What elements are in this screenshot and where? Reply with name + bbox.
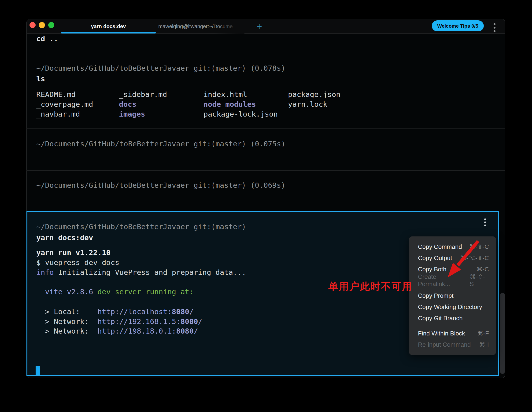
tab-bar: yarn docs:dev maweiqing@itwanger:~/Docum… bbox=[27, 19, 505, 34]
terminal-line: yarn docs:dev bbox=[36, 233, 93, 243]
terminal-text: ls bbox=[36, 75, 45, 83]
terminal-text: _navbar.md bbox=[36, 109, 119, 119]
terminal-text: 8080 bbox=[172, 307, 190, 316]
welcome-tips-label: Welcome Tips 0/5 bbox=[437, 23, 478, 29]
block-separator bbox=[27, 170, 505, 171]
terminal-line: _navbar.mdimagespackage-lock.json bbox=[36, 109, 278, 119]
terminal-text: http://192.168.1.5: bbox=[97, 317, 180, 326]
terminal-line: cd .. bbox=[36, 34, 58, 44]
terminal-text: / bbox=[194, 327, 198, 335]
terminal-line: info Initializing VuePress and preparing… bbox=[36, 267, 246, 277]
scrollbar-thumb[interactable] bbox=[500, 293, 505, 374]
terminal-text: > Network: bbox=[36, 327, 97, 335]
terminal-text: images bbox=[119, 109, 203, 119]
menu-item-label: Copy Git Branch bbox=[418, 315, 463, 322]
terminal-text: ~/Documents/GitHub/toBeBetterJavaer git:… bbox=[36, 64, 285, 72]
window-menu-icon[interactable] bbox=[494, 23, 495, 32]
close-button[interactable] bbox=[29, 22, 36, 28]
terminal-text: http://198.18.0.1: bbox=[97, 327, 176, 335]
menu-item-shortcut: ⌘-C bbox=[476, 266, 489, 273]
terminal-text: 8080 bbox=[180, 317, 198, 326]
context-menu: Copy Command⌘-⇧-CCopy Output⌘-⌥-⇧-CCopy … bbox=[409, 236, 496, 355]
terminal-text: vite v2.8.6 bbox=[45, 288, 93, 296]
menu-separator bbox=[414, 288, 491, 288]
terminal-text: cd .. bbox=[36, 34, 58, 43]
terminal-text: ~/Documents/GitHub/toBeBetterJavaer git:… bbox=[36, 222, 246, 231]
terminal-text: docs bbox=[119, 99, 203, 109]
terminal-text: _sidebar.md bbox=[119, 89, 203, 99]
menu-item-label: Find Within Block bbox=[418, 330, 465, 337]
active-tab-label: yarn docs:dev bbox=[91, 23, 126, 29]
terminal-line: README.md_sidebar.mdindex.htmlpackage.js… bbox=[36, 89, 341, 99]
welcome-tips-button[interactable]: Welcome Tips 0/5 bbox=[432, 20, 484, 31]
terminal-text: dev server running at: bbox=[97, 288, 194, 296]
terminal-line: ls bbox=[36, 74, 45, 84]
menu-item-label: Copy Command bbox=[418, 243, 462, 251]
terminal-text: Initializing VuePress and preparing data… bbox=[54, 268, 246, 276]
terminal-text bbox=[36, 288, 45, 296]
block-menu-icon[interactable] bbox=[484, 218, 486, 226]
desktop-background: yarn docs:dev maweiqing@itwanger:~/Docum… bbox=[0, 0, 532, 412]
block-separator bbox=[27, 128, 505, 129]
plus-icon: + bbox=[256, 21, 262, 32]
traffic-lights bbox=[29, 22, 54, 28]
terminal-line: ~/Documents/GitHub/toBeBetterJavaer git:… bbox=[36, 139, 285, 149]
terminal-text: node_modules bbox=[203, 99, 288, 109]
terminal-text: _coverpage.md bbox=[36, 99, 119, 109]
terminal-text: / bbox=[189, 307, 194, 316]
menu-item-label: Create Permalink... bbox=[418, 273, 470, 288]
terminal-text: yarn docs:dev bbox=[36, 233, 93, 242]
tab-yarn-docs-dev[interactable]: yarn docs:dev bbox=[61, 19, 156, 34]
terminal-text: yarn run v1.22.10 bbox=[36, 248, 111, 257]
terminal-text: package-lock.json bbox=[203, 110, 278, 118]
menu-item-copy-git-branch[interactable]: Copy Git Branch bbox=[409, 312, 496, 324]
menu-item-create-permalink: Create Permalink...⌘-⇧-S bbox=[409, 275, 496, 286]
tab-label-fade bbox=[214, 19, 245, 34]
menu-item-find-within-block[interactable]: Find Within Block⌘-F bbox=[409, 328, 496, 339]
tab-remote-session[interactable]: maweiqing@itwanger:~/Docume bbox=[153, 19, 245, 34]
terminal-text: / bbox=[198, 317, 202, 326]
terminal-line: yarn run v1.22.10 bbox=[36, 248, 111, 258]
terminal-line: ~/Documents/GitHub/toBeBetterJavaer git:… bbox=[36, 222, 246, 232]
menu-item-shortcut: ⌘-F bbox=[477, 330, 489, 337]
minimize-button[interactable] bbox=[39, 22, 45, 28]
menu-item-label: Copy Prompt bbox=[418, 292, 454, 300]
terminal-text: $ vuepress dev docs bbox=[36, 258, 119, 267]
terminal-text: ~/Documents/GitHub/toBeBetterJavaer git:… bbox=[36, 181, 285, 189]
menu-item-label: Re-input Command bbox=[418, 341, 471, 348]
menu-item-shortcut: ⌘-⇧-S bbox=[470, 273, 489, 288]
menu-item-shortcut: ⌘-I bbox=[479, 341, 489, 348]
terminal-text: package.json bbox=[288, 90, 341, 99]
terminal-text: 8080 bbox=[176, 327, 194, 335]
terminal-text: info bbox=[36, 268, 54, 276]
terminal-text: ~/Documents/GitHub/toBeBetterJavaer git:… bbox=[36, 140, 285, 148]
terminal-text bbox=[93, 288, 98, 296]
block-separator bbox=[27, 54, 505, 54]
terminal-line: $ vuepress dev docs bbox=[36, 258, 119, 267]
menu-item-copy-output[interactable]: Copy Output⌘-⌥-⇧-C bbox=[409, 252, 496, 263]
menu-item-copy-working-directory[interactable]: Copy Working Directory bbox=[409, 301, 496, 312]
terminal-text: index.html bbox=[203, 89, 288, 99]
active-tab-indicator bbox=[61, 32, 156, 33]
menu-item-copy-command[interactable]: Copy Command⌘-⇧-C bbox=[409, 241, 496, 252]
menu-item-shortcut: ⌘-⇧-C bbox=[469, 243, 489, 251]
terminal-text: yarn.lock bbox=[288, 100, 327, 108]
menu-item-re-input-command: Re-input Command⌘-I bbox=[409, 339, 496, 350]
menu-item-copy-prompt[interactable]: Copy Prompt bbox=[409, 290, 496, 301]
terminal-line: > Network: http://192.168.1.5:8080/ bbox=[36, 317, 202, 326]
menu-item-label: Copy Both bbox=[418, 266, 446, 273]
terminal-text: README.md bbox=[36, 89, 119, 99]
zoom-button[interactable] bbox=[48, 22, 54, 28]
menu-item-label: Copy Output bbox=[418, 254, 452, 262]
terminal-text: http://localhost: bbox=[97, 307, 172, 316]
terminal-text: > Local: bbox=[36, 307, 97, 316]
terminal-line: _coverpage.mddocsnode_modulesyarn.lock bbox=[36, 99, 327, 109]
terminal-line: ~/Documents/GitHub/toBeBetterJavaer git:… bbox=[36, 180, 285, 190]
menu-item-label: Copy Working Directory bbox=[418, 303, 482, 311]
menu-item-shortcut: ⌘-⌥-⇧-C bbox=[460, 254, 489, 262]
menu-separator bbox=[414, 326, 491, 326]
terminal-text: > Network: bbox=[36, 317, 97, 326]
annotation-text: 单用户此时不可用 bbox=[328, 280, 413, 293]
new-tab-button[interactable]: + bbox=[252, 19, 266, 34]
terminal-line: vite v2.8.6 dev server running at: bbox=[36, 287, 194, 297]
